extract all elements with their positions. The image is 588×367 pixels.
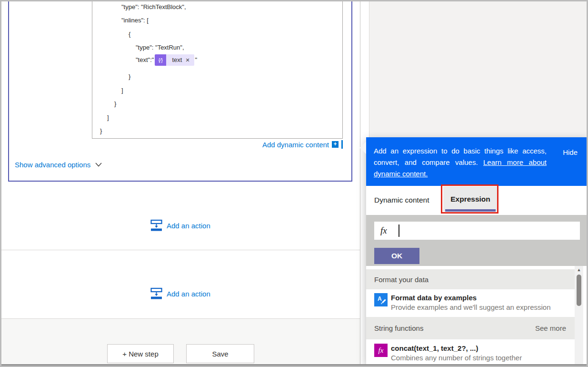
section-divider [1, 250, 360, 250]
banner-line: convert, and compare values. Learn more … [374, 157, 547, 168]
ok-button[interactable]: OK [374, 248, 419, 264]
banner-line: dynamic content. [374, 168, 547, 180]
tab-expression[interactable]: Expression [443, 186, 498, 212]
see-more-link[interactable]: See more [535, 324, 566, 332]
section-header-format-your-data: Format your data [366, 269, 575, 289]
new-step-button[interactable]: + New step [107, 344, 174, 363]
code-line: "inlines": [ [121, 16, 149, 25]
text-caret [341, 140, 343, 149]
input-caret [399, 224, 399, 237]
dynamic-content-token[interactable]: text✕ [166, 54, 194, 66]
format-data-by-examples-item[interactable]: A Format data by examples Provide exampl… [366, 289, 575, 317]
power-automate-designer: "type": "RichTextBlock", "inlines": [ { … [0, 0, 588, 367]
right-pane-gray-area [369, 1, 588, 137]
banner-line: Add an expression to do basic things lik… [374, 145, 547, 157]
dynamic-content-token-icon: {⁄} [155, 54, 166, 66]
code-line: ] [121, 86, 123, 95]
chevron-down-icon [95, 163, 102, 167]
bottom-scroll-strip [1, 364, 587, 367]
expression-info-banner: Add an expression to do basic things lik… [366, 137, 588, 186]
letter-a-glyph: A [378, 296, 382, 302]
code-line: "text":"{⁄}text✕" [136, 54, 197, 66]
scrollbar-thumb[interactable] [577, 275, 581, 306]
plus-icon[interactable]: + [332, 141, 339, 148]
item-description: Provide examples and we'll suggest an ex… [391, 303, 551, 311]
code-line: { [129, 30, 130, 39]
add-action-icon [150, 287, 162, 300]
learn-more-link[interactable]: Learn more about [483, 158, 547, 166]
designer-footer [1, 319, 360, 364]
code-line: } [114, 100, 116, 108]
add-dynamic-content-link[interactable]: Add dynamic content [262, 141, 329, 149]
item-description: Combines any number of strings together [391, 354, 522, 362]
code-line: ] [107, 113, 109, 122]
flyout-tabbar: Dynamic content Expression [366, 186, 588, 215]
scrollbar-track[interactable]: ▲ [575, 266, 583, 364]
expression-editor-section: fx OK [366, 215, 588, 266]
format-by-examples-icon: A [374, 293, 388, 306]
token-remove-icon[interactable]: ✕ [185, 56, 189, 64]
right-pane-background [360, 1, 588, 137]
code-line: } [129, 72, 130, 81]
save-button[interactable]: Save [186, 344, 254, 363]
function-list: Format your data A Format data by exampl… [366, 266, 588, 364]
expression-tab-underline [445, 209, 496, 212]
callout-arrow [359, 142, 366, 154]
item-title: Format data by examples [391, 294, 477, 302]
scroll-up-icon[interactable]: ▲ [575, 267, 583, 272]
dynamic-content-flyout: Add an expression to do basic things lik… [366, 137, 588, 364]
tab-dynamic-content[interactable]: Dynamic content [374, 196, 429, 204]
add-an-action-button[interactable]: Add an action [150, 287, 210, 300]
json-input[interactable]: "type": "RichTextBlock", "inlines": [ { … [92, 0, 343, 139]
section-header-string-functions: String functions See more [366, 317, 575, 339]
code-line: "type": "TextRun", [136, 43, 184, 52]
show-advanced-options-link[interactable]: Show advanced options [15, 161, 102, 169]
add-action-icon [150, 219, 162, 232]
concat-function-item[interactable]: fx concat(text_1, text_2?, ...) Combines… [366, 339, 575, 364]
hide-button[interactable]: Hide [563, 148, 578, 156]
add-an-action-button[interactable]: Add an action [150, 219, 210, 232]
fx-function-icon: fx [374, 344, 388, 357]
code-line: } [100, 127, 102, 135]
item-title: concat(text_1, text_2?, ...) [391, 344, 478, 352]
learn-more-link[interactable]: dynamic content. [374, 170, 428, 178]
expression-input[interactable]: fx [374, 222, 580, 240]
fx-icon: fx [380, 225, 387, 236]
code-line: "type": "RichTextBlock", [121, 3, 186, 11]
